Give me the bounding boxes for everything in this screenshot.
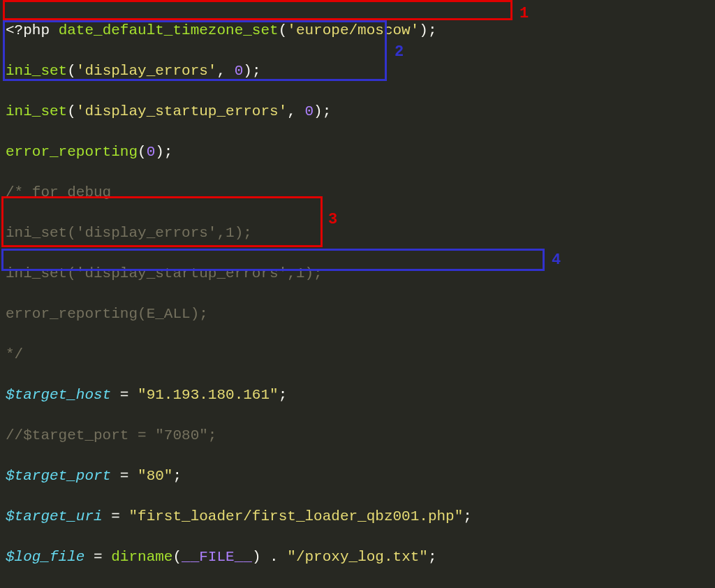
code-line: error_reporting(0); <box>6 142 709 162</box>
code-line: <?php date_default_timezone_set('europe/… <box>6 20 709 41</box>
code-line: error_reporting(E_ALL); <box>6 304 709 324</box>
annotation-1: 1 <box>519 3 529 24</box>
code-line: */ <box>6 344 709 365</box>
code-line: $target_host = "91.193.180.161"; <box>6 385 709 405</box>
code-line: ini_set('display_errors',1); <box>6 223 709 243</box>
code-line: ini_set('display_startup_errors',1); <box>6 263 709 284</box>
code-line: $target_port = "80"; <box>6 466 709 486</box>
annotation-3: 3 <box>328 210 337 230</box>
code-editor: <?php date_default_timezone_set('europe/… <box>0 0 715 588</box>
code-line: $log_file = dirname(__FILE__) . "/proxy_… <box>6 547 709 567</box>
code-line: ini_set('display_startup_errors', 0); <box>6 101 709 122</box>
code-line: /* for debug <box>6 182 709 203</box>
annotation-2: 2 <box>395 42 404 62</box>
annotation-4: 4 <box>552 250 561 270</box>
code-line: //$target_port = "7080"; <box>6 425 709 446</box>
code-line: $target_uri = "first_loader/first_loader… <box>6 506 709 527</box>
code-line: ini_set('display_errors', 0); <box>6 61 709 81</box>
